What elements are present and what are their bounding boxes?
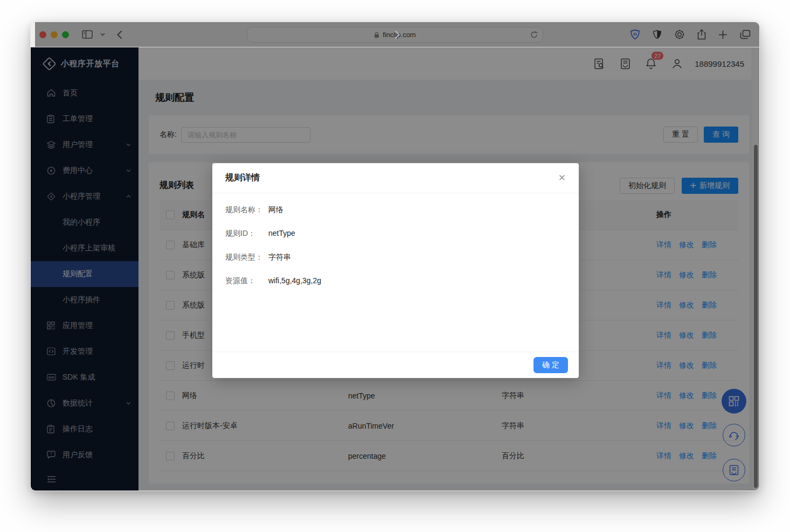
- field-rule-id: 规则ID： netType: [225, 229, 566, 239]
- modal-confirm-button[interactable]: 确 定: [533, 357, 568, 373]
- modal-close-icon[interactable]: ✕: [558, 173, 566, 183]
- app-root: 小程序开放平台 首页 工单管理: [31, 47, 759, 491]
- forward-button[interactable]: [35, 22, 759, 47]
- modal-body: 规则名称： 网络 规则ID： netType 规则类型： 字符串 资源值： wi…: [212, 193, 579, 352]
- field-rule-type: 规则类型： 字符串: [225, 253, 566, 262]
- browser-window: finclip.com: [30, 22, 760, 491]
- field-resource-value: 资源值： wifi,5g,4g,3g,2g: [225, 276, 566, 286]
- rule-detail-modal: 规则详情 ✕ 规则名称： 网络 规则ID： netType 规则类型： 字符串: [212, 163, 579, 378]
- desktop: finclip.com: [0, 0, 790, 532]
- browser-toolbar: finclip.com: [31, 22, 759, 47]
- field-rule-name: 规则名称： 网络: [225, 205, 566, 215]
- modal-title: 规则详情: [225, 172, 260, 184]
